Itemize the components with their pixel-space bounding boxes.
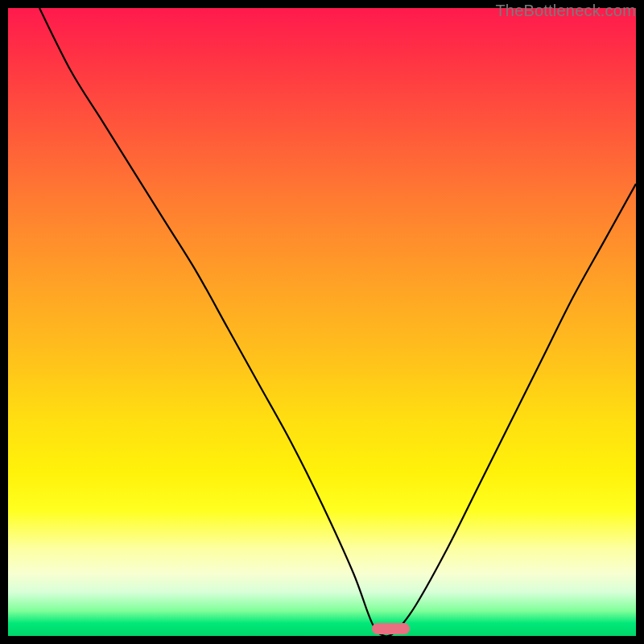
attribution-label: TheBottleneck.com <box>495 2 636 20</box>
bottleneck-curve <box>39 8 636 636</box>
optimal-marker <box>372 623 410 634</box>
curve-svg <box>8 8 636 636</box>
bottleneck-chart <box>8 8 636 636</box>
